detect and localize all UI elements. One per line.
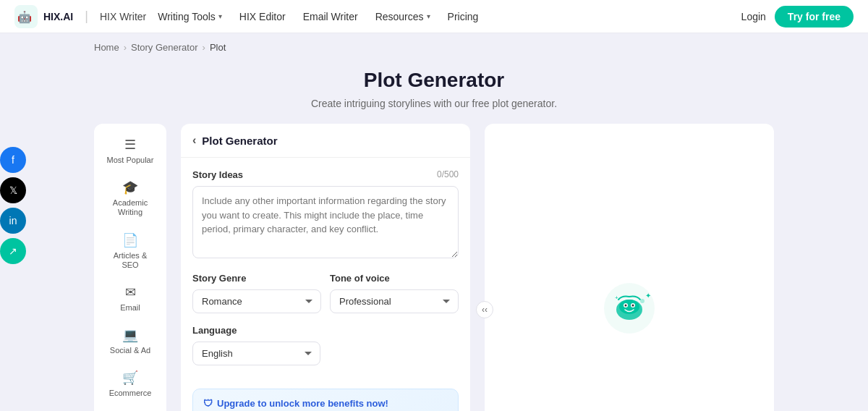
hix-logo-icon: 🤖 (14, 5, 38, 28)
sidebar-item-academic[interactable]: 🎓 Academic Writing (100, 174, 161, 223)
social-icon: 💻 (122, 327, 138, 343)
story-ideas-group: Story Ideas 0/500 (192, 169, 459, 261)
upgrade-title: 🛡 Upgrade to unlock more benefits now! (203, 398, 448, 409)
login-button[interactable]: Login (741, 11, 766, 22)
sidebar-item-email[interactable]: ✉ Email (100, 279, 161, 318)
panel-header[interactable]: ‹ Plot Generator (181, 124, 470, 158)
facebook-share-button[interactable]: f (0, 147, 26, 173)
sidebar-item-others[interactable]: ··· Others (100, 407, 161, 412)
svg-point-8 (632, 305, 634, 307)
upgrade-banner: 🛡 Upgrade to unlock more benefits now! ✓… (192, 389, 459, 411)
story-ideas-textarea[interactable] (192, 186, 459, 258)
most-popular-icon: ☰ (124, 137, 136, 153)
sidebar: ☰ Most Popular 🎓 Academic Writing 📄 Arti… (94, 124, 166, 411)
sidebar-label-ecommerce: Ecommerce (109, 389, 152, 398)
hix-editor-nav[interactable]: HIX Editor (239, 11, 286, 22)
char-count: 0/500 (437, 169, 459, 180)
selects-row: Story Genre Romance Fantasy Sci-Fi Myste… (192, 273, 459, 313)
resources-chevron-icon: ▾ (427, 12, 430, 20)
page-title: Plot Generator (0, 69, 868, 92)
output-panel: ‹‹ ✦ + (485, 124, 774, 411)
tone-of-voice-label: Tone of voice (330, 273, 459, 284)
resources-nav[interactable]: Resources ▾ (375, 11, 430, 22)
upgrade-icon: 🛡 (203, 398, 213, 409)
brand-name: HIX Writer (100, 11, 146, 22)
svg-point-7 (625, 305, 627, 307)
page-subtitle: Create intriguing storylines with our fr… (0, 98, 868, 109)
panel-title: Plot Generator (202, 135, 277, 147)
academic-icon: 🎓 (122, 179, 138, 195)
main-content: ☰ Most Popular 🎓 Academic Writing 📄 Arti… (0, 124, 868, 411)
svg-text:+: + (615, 295, 618, 301)
nav-actions: Login Try for free (741, 6, 854, 27)
breadcrumb-current: Plot (210, 42, 226, 53)
form-section: Story Ideas 0/500 Story Genre Romance Fa… (181, 158, 470, 389)
svg-text:✦: ✦ (645, 292, 651, 300)
breadcrumb-sep-1: › (124, 42, 127, 53)
pricing-nav[interactable]: Pricing (448, 11, 479, 22)
sidebar-label-most-popular: Most Popular (107, 156, 154, 165)
tone-of-voice-group: Tone of voice Professional Casual Formal… (330, 273, 459, 313)
language-label: Language (192, 325, 459, 336)
story-genre-select[interactable]: Romance Fantasy Sci-Fi Mystery Thriller … (192, 289, 321, 313)
sidebar-item-articles[interactable]: 📄 Articles & SEO (100, 226, 161, 276)
linkedin-share-button[interactable]: in (0, 208, 26, 234)
articles-icon: 📄 (122, 232, 138, 248)
tone-of-voice-select[interactable]: Professional Casual Formal Friendly Auth… (330, 289, 459, 313)
sidebar-item-ecommerce[interactable]: 🛒 Ecommerce (100, 364, 161, 404)
email-writer-nav[interactable]: Email Writer (303, 11, 358, 22)
writing-tools-chevron-icon: ▾ (218, 12, 222, 20)
story-ideas-label-row: Story Ideas 0/500 (192, 169, 459, 180)
output-placeholder-icon: ✦ + (600, 279, 658, 340)
story-genre-group: Story Genre Romance Fantasy Sci-Fi Myste… (192, 273, 321, 313)
page-header: Plot Generator Create intriguing storyli… (0, 62, 868, 124)
sidebar-item-social[interactable]: 💻 Social & Ad (100, 321, 161, 361)
language-select[interactable]: English Spanish French German Chinese Ja… (192, 342, 320, 365)
breadcrumb-home[interactable]: Home (94, 42, 119, 53)
svg-point-9 (640, 299, 644, 303)
social-share-panel: f 𝕏 in ↗ (0, 147, 26, 264)
tool-panel: ‹ Plot Generator Story Ideas 0/500 Story… (181, 124, 470, 411)
navbar: 🤖 HIX.AI | HIX Writer Writing Tools ▾ HI… (0, 0, 868, 33)
breadcrumb: Home › Story Generator › Plot (0, 33, 868, 62)
svg-text:🤖: 🤖 (17, 10, 32, 24)
brand: 🤖 HIX.AI | HIX Writer (14, 5, 146, 28)
sidebar-item-most-popular[interactable]: ☰ Most Popular (100, 131, 161, 171)
back-arrow-icon: ‹ (192, 134, 196, 147)
try-free-button[interactable]: Try for free (775, 6, 854, 27)
story-ideas-label: Story Ideas (192, 169, 243, 180)
nav-links: Writing Tools ▾ HIX Editor Email Writer … (158, 11, 741, 22)
breadcrumb-story-generator[interactable]: Story Generator (131, 42, 198, 53)
email-icon: ✉ (125, 284, 136, 300)
twitter-share-button[interactable]: 𝕏 (0, 177, 26, 203)
share-button[interactable]: ↗ (0, 238, 26, 264)
brand-text: HIX.AI (43, 11, 73, 22)
ecommerce-icon: 🛒 (122, 370, 138, 386)
sidebar-label-articles: Articles & SEO (107, 251, 154, 270)
writing-tools-nav[interactable]: Writing Tools ▾ (158, 11, 222, 22)
language-group: Language English Spanish French German C… (192, 325, 459, 365)
sidebar-label-social: Social & Ad (110, 346, 150, 355)
collapse-panel-button[interactable]: ‹‹ (476, 301, 493, 318)
sidebar-label-email: Email (120, 303, 140, 313)
breadcrumb-sep-2: › (203, 42, 205, 53)
brand-divider: | (85, 9, 88, 24)
story-genre-label: Story Genre (192, 273, 321, 284)
sidebar-label-academic: Academic Writing (107, 198, 154, 217)
